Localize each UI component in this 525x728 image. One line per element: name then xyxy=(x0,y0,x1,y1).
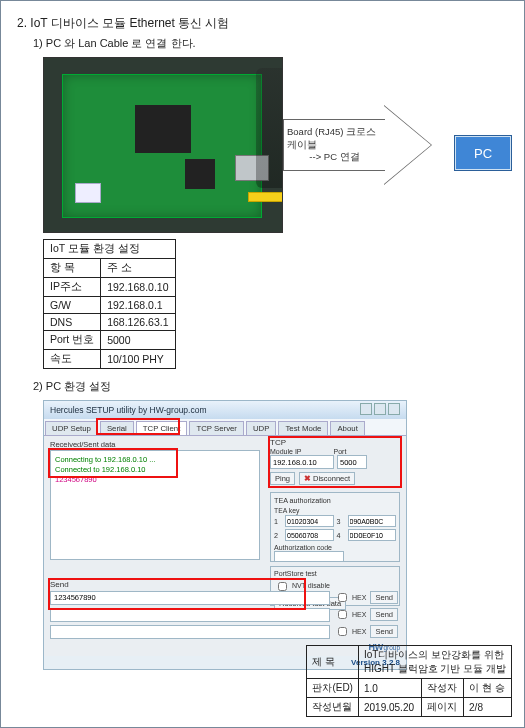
table-row: G/W192.168.0.1 xyxy=(44,297,176,314)
send-label: Send xyxy=(50,580,398,589)
tea-key-1[interactable] xyxy=(285,515,334,527)
footer-author-label: 작성자 xyxy=(421,679,463,698)
tab-tcp-client[interactable]: TCP Client xyxy=(136,421,188,435)
pc-box: PC xyxy=(454,135,512,171)
footer-title-value: IoT디바이스의 보안강화를 위한 HIGHT 블럭암호 기반 모듈 개발 xyxy=(358,646,511,679)
arrow-text-1: Board (RJ45) 크로스케이블 xyxy=(287,126,382,151)
conn-line: Connected to 192.168.0.10 xyxy=(55,465,255,475)
footer-block: 제 목 IoT디바이스의 보안강화를 위한 HIGHT 블럭암호 기반 모듈 개… xyxy=(306,645,512,717)
arrow-text-2: --> PC 연결 xyxy=(309,151,359,163)
close-icon: ✖ xyxy=(304,474,311,483)
tab-udp-setup[interactable]: UDP Setup xyxy=(45,421,98,435)
send-button[interactable]: Send xyxy=(370,591,398,604)
conn-line: Connecting to 192.168.0.10 ... xyxy=(55,455,255,465)
tab-about[interactable]: About xyxy=(330,421,364,435)
tab-udp[interactable]: UDP xyxy=(246,421,276,435)
send-button[interactable]: Send xyxy=(370,625,398,638)
footer-page-label: 페이지 xyxy=(421,698,463,717)
table-row: DNS168.126.63.1 xyxy=(44,314,176,331)
table-row: Port 번호5000 xyxy=(44,331,176,350)
footer-date-label: 작성년월 xyxy=(307,698,359,717)
footer-author-value: 이 현 승 xyxy=(464,679,512,698)
section-title: 2. IoT 디바이스 모듈 Ethernet 통신 시험 xyxy=(17,15,510,32)
footer-title-label: 제 목 xyxy=(307,646,359,679)
window-buttons[interactable] xyxy=(358,403,400,417)
tea-key-4[interactable] xyxy=(348,529,397,541)
hex-checkbox[interactable] xyxy=(338,610,347,619)
tea-key-3[interactable] xyxy=(348,515,397,527)
tab-test-mode[interactable]: Test Mode xyxy=(278,421,328,435)
col-item: 항 목 xyxy=(44,259,101,278)
tab-tcp-server[interactable]: TCP Server xyxy=(189,421,244,435)
disconnect-button[interactable]: ✖Disconnect xyxy=(299,472,355,485)
footer-ed-value: 1.0 xyxy=(358,679,421,698)
table-row: IP주소192.168.0.10 xyxy=(44,278,176,297)
tea-panel: TEA authorization TEA key 1 3 2 4 Author… xyxy=(270,492,400,562)
step1-title: 1) PC 와 Lan Cable 로 연결 한다. xyxy=(33,36,510,51)
step2-title: 2) PC 환경 설정 xyxy=(33,379,510,394)
port-input[interactable] xyxy=(337,455,367,469)
tea-header: TEA authorization xyxy=(274,496,396,505)
table-row: 속도10/100 PHY xyxy=(44,350,176,369)
send-panel: Send HEX Send HEX Send HEX Send xyxy=(50,580,398,641)
tcp-header: TCP xyxy=(270,438,400,447)
conn-line: 1234567890 xyxy=(55,475,255,485)
window-title: Hercules SETUP utility by HW-group.com xyxy=(50,405,207,415)
footer-date-value: 2019.05.20 xyxy=(358,698,421,717)
hex-checkbox[interactable] xyxy=(338,627,347,636)
hercules-window: Hercules SETUP utility by HW-group.com U… xyxy=(43,400,407,670)
received-sent-box[interactable]: Connecting to 192.168.0.10 ... Connected… xyxy=(50,450,260,560)
send-input-1[interactable] xyxy=(50,591,330,605)
tea-key-2[interactable] xyxy=(285,529,334,541)
send-input-2[interactable] xyxy=(50,608,330,622)
pv-header: PortStore test xyxy=(274,570,396,577)
send-input-3[interactable] xyxy=(50,625,330,639)
col-addr: 주 소 xyxy=(101,259,175,278)
tab-serial[interactable]: Serial xyxy=(100,421,134,435)
iot-config-table: IoT 모듈 환경 설정 항 목 주 소 IP주소192.168.0.10 G/… xyxy=(43,239,176,369)
window-titlebar: Hercules SETUP utility by HW-group.com xyxy=(44,401,406,419)
tab-bar: UDP Setup Serial TCP Client TCP Server U… xyxy=(44,419,406,436)
hex-checkbox[interactable] xyxy=(338,593,347,602)
arrow-icon: Board (RJ45) 크로스케이블 --> PC 연결 xyxy=(283,105,443,185)
tcp-panel: TCP Module IP Port Ping ✖Disconnect xyxy=(270,438,400,488)
ping-button[interactable]: Ping xyxy=(270,472,295,485)
footer-ed-label: 판차(ED) xyxy=(307,679,359,698)
send-button[interactable]: Send xyxy=(370,608,398,621)
footer-page-value: 2/8 xyxy=(464,698,512,717)
iot-table-caption: IoT 모듈 환경 설정 xyxy=(44,240,176,259)
module-ip-input[interactable] xyxy=(270,455,334,469)
auth-code-input[interactable] xyxy=(274,551,344,562)
pcb-photo xyxy=(43,57,283,233)
connection-diagram: Board (RJ45) 크로스케이블 --> PC 연결 PC xyxy=(43,57,510,233)
